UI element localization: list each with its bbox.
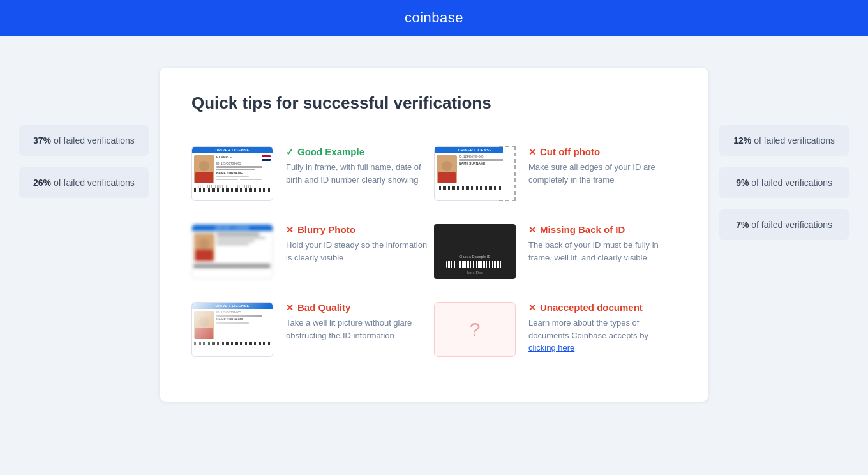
- right-badge-2-label: of failed verifications: [751, 177, 832, 188]
- tip-good-desc: Fully in frame, with full name, date of …: [286, 161, 434, 186]
- check-icon: ✓: [286, 147, 294, 157]
- left-badge-1: 37% of failed verifications: [19, 125, 149, 156]
- tip-good-content: ✓ Good Example Fully in frame, with full…: [286, 146, 434, 186]
- tip-bad-quality: DRIVER LICENSE ID: 123456789-005 NAME SU…: [191, 292, 434, 370]
- right-badge-2: 9% of failed verifications: [719, 167, 849, 198]
- left-badge-1-percent: 37%: [33, 135, 51, 146]
- tip-blurry-content: ✕ Blurry Photo Hold your ID steady so th…: [286, 224, 434, 264]
- id-good-image: DRIVER LICENSE EXAMPLE: [191, 146, 274, 204]
- id-unknown-image: ?: [434, 302, 517, 359]
- tip-unaccepted-title-row: ✕ Unaccepted document: [528, 302, 677, 313]
- tip-missing-back-content: ✕ Missing Back of ID The back of your ID…: [528, 224, 677, 264]
- id-glare-overlay: [192, 303, 273, 356]
- tip-missing-back-title: Missing Back of ID: [540, 224, 625, 235]
- tip-cutoff-desc: Make sure all edges of your ID are compl…: [528, 161, 677, 186]
- id-card-back: Class A Example ID Jane Doe: [434, 224, 516, 279]
- id-blurry-header: DRIVER LICENSE: [192, 225, 273, 231]
- id-blurry-image: DRIVER LICENSE: [191, 224, 274, 282]
- tip-cutoff-title-row: ✕ Cut off photo: [528, 146, 677, 157]
- clicking-here-link[interactable]: clicking here: [528, 343, 574, 352]
- tip-good-example: DRIVER LICENSE EXAMPLE: [191, 136, 434, 214]
- tip-blurry: DRIVER LICENSE: [191, 214, 434, 292]
- id-header-bar: DRIVER LICENSE: [192, 147, 273, 153]
- right-badge-1: 12% of failed verifications: [719, 125, 849, 156]
- question-mark-icon: ?: [470, 319, 481, 340]
- right-badge-2-percent: 9%: [736, 177, 749, 188]
- tip-cutoff-content: ✕ Cut off photo Make sure all edges of y…: [528, 146, 677, 186]
- id-card-unknown: ?: [434, 302, 516, 357]
- tip-unaccepted-desc: Learn more about the types of documents …: [528, 317, 677, 354]
- right-badge-3-label: of failed verifications: [751, 220, 832, 230]
- tip-cutoff-title: Cut off photo: [540, 146, 600, 157]
- id-badquality-image: DRIVER LICENSE ID: 123456789-005 NAME SU…: [191, 302, 274, 359]
- tip-blurry-title: Blurry Photo: [297, 224, 355, 235]
- id-cutoff-image: DRIVER LICENSE ID: 123456789-005 NAME SU…: [434, 146, 517, 204]
- right-badge-1-label: of failed verifications: [754, 135, 835, 146]
- header: coinbase: [0, 0, 868, 36]
- id-card-blurry: DRIVER LICENSE: [191, 224, 273, 279]
- x-icon-bad-quality: ✕: [286, 303, 294, 313]
- tip-bad-quality-content: ✕ Bad Quality Take a well lit picture wi…: [286, 302, 434, 342]
- tip-missing-back-desc: The back of your ID must be fully in fra…: [528, 239, 677, 264]
- right-badge-3: 7% of failed verifications: [719, 209, 849, 240]
- left-badge-2-label: of failed verifications: [54, 177, 135, 188]
- tip-bad-quality-title: Bad Quality: [297, 302, 350, 313]
- tip-blurry-desc: Hold your ID steady so the information i…: [286, 239, 434, 264]
- x-icon-unaccepted: ✕: [528, 303, 536, 313]
- right-badge-3-percent: 7%: [736, 220, 749, 230]
- page-body: 37% of failed verifications 26% of faile…: [0, 36, 868, 434]
- right-badge-1-percent: 12%: [733, 135, 751, 146]
- id-back-signature: Jane Doe: [467, 270, 483, 275]
- tip-missing-back-title-row: ✕ Missing Back of ID: [528, 224, 677, 235]
- left-badge-1-label: of failed verifications: [54, 135, 135, 146]
- tip-unaccepted-title: Unaccepted document: [540, 302, 643, 313]
- tip-good-title-row: ✓ Good Example: [286, 146, 434, 157]
- x-icon-blurry: ✕: [286, 225, 294, 235]
- side-badges-left: 37% of failed verifications 26% of faile…: [19, 125, 149, 198]
- x-icon-cutoff: ✕: [528, 147, 536, 157]
- tip-blurry-title-row: ✕ Blurry Photo: [286, 224, 434, 235]
- tip-good-title: Good Example: [297, 146, 364, 157]
- tip-bad-quality-title-row: ✕ Bad Quality: [286, 302, 434, 313]
- cutoff-dashed-border: [499, 146, 516, 201]
- id-card-cutoff-wrapper: DRIVER LICENSE ID: 123456789-005 NAME SU…: [434, 146, 516, 201]
- id-back-barcode: [446, 261, 504, 268]
- side-badges-right: 12% of failed verifications 9% of failed…: [719, 125, 849, 240]
- tip-missing-back: Class A Example ID Jane Doe ✕ Missing Ba…: [434, 214, 677, 292]
- card-title: Quick tips for successful verifications: [191, 93, 677, 113]
- id-card-good: DRIVER LICENSE EXAMPLE: [191, 146, 273, 201]
- coinbase-logo: coinbase: [405, 10, 463, 26]
- id-back-label: Class A Example ID: [459, 255, 490, 259]
- id-back-image: Class A Example ID Jane Doe: [434, 224, 517, 282]
- tip-bad-quality-desc: Take a well lit picture without glare ob…: [286, 317, 434, 342]
- id-card-badquality: DRIVER LICENSE ID: 123456789-005 NAME SU…: [191, 302, 273, 357]
- main-card: Quick tips for successful verifications …: [160, 68, 708, 402]
- tip-unaccepted: ? ✕ Unaccepted document Learn more about…: [434, 292, 677, 370]
- left-badge-2-percent: 26%: [33, 177, 51, 188]
- left-badge-2: 26% of failed verifications: [19, 167, 149, 198]
- tips-grid: DRIVER LICENSE EXAMPLE: [191, 136, 677, 370]
- tip-unaccepted-content: ✕ Unaccepted document Learn more about t…: [528, 302, 677, 354]
- x-icon-missing-back: ✕: [528, 225, 536, 235]
- tip-cutoff: DRIVER LICENSE ID: 123456789-005 NAME SU…: [434, 136, 677, 214]
